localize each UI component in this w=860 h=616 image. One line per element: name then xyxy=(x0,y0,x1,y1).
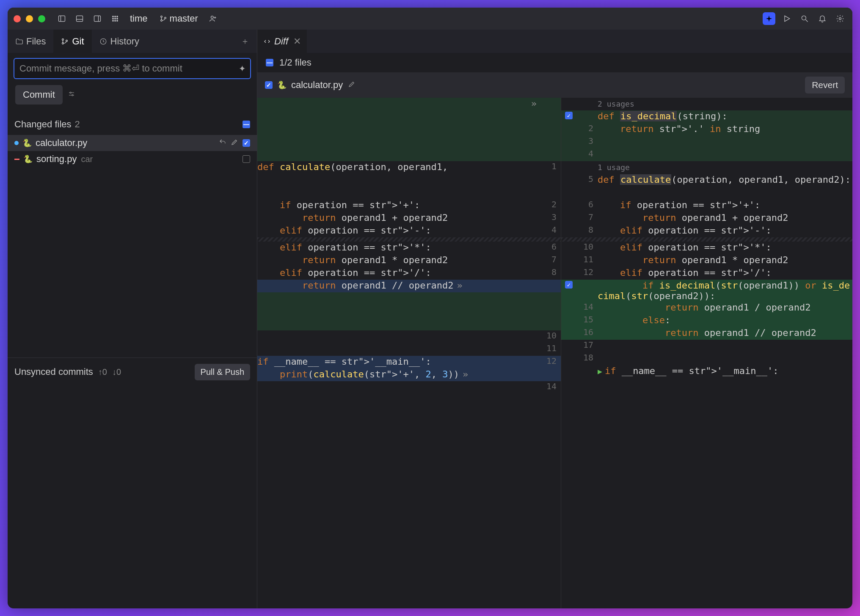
hunk-checkbox[interactable] xyxy=(565,281,573,289)
svg-point-24 xyxy=(839,18,841,20)
svg-point-10 xyxy=(115,18,116,19)
tab-git[interactable]: Git xyxy=(53,30,91,53)
status-deleted-icon xyxy=(14,159,19,160)
diff-select-all[interactable] xyxy=(266,59,273,66)
file-row-sorting[interactable]: sorting.py car xyxy=(8,151,257,167)
add-tab-icon[interactable]: ＋ xyxy=(233,36,257,47)
include-file-checkbox[interactable] xyxy=(265,81,273,89)
diff-file-header: calculator.py Revert xyxy=(257,72,852,98)
titlebar: time master xyxy=(8,8,852,30)
diff-tab-label: Diff xyxy=(274,36,288,47)
commit-button[interactable]: Commit xyxy=(15,85,63,104)
editor-tabs: Diff ✕ xyxy=(257,30,852,53)
python-icon xyxy=(24,155,32,163)
project-name[interactable]: time xyxy=(127,11,151,26)
file-checkbox[interactable] xyxy=(243,139,250,147)
panel-left-icon[interactable] xyxy=(55,12,68,25)
revert-button[interactable]: Revert xyxy=(805,77,845,94)
close-icon[interactable] xyxy=(14,15,21,22)
svg-point-27 xyxy=(66,40,68,41)
svg-point-8 xyxy=(117,16,118,17)
tab-files-label: Files xyxy=(26,36,46,47)
unsynced-commits: Unsynced commits ↑0 ↓0 Pull & Push xyxy=(8,358,257,386)
select-all-checkbox[interactable] xyxy=(243,121,250,128)
svg-point-22 xyxy=(802,16,806,20)
revert-file-icon[interactable] xyxy=(219,138,226,148)
git-sidebar: Files Git History ＋ ✦ Com xyxy=(8,30,257,608)
branch-selector[interactable]: master xyxy=(156,11,201,26)
svg-point-14 xyxy=(117,20,118,22)
svg-rect-2 xyxy=(77,16,83,21)
svg-rect-4 xyxy=(94,16,101,21)
svg-point-16 xyxy=(160,20,162,22)
edit-file-icon[interactable] xyxy=(231,138,238,148)
svg-point-9 xyxy=(113,18,114,19)
grid-icon[interactable] xyxy=(109,12,121,25)
file-name: sorting.py xyxy=(36,154,77,165)
svg-point-32 xyxy=(72,94,73,96)
close-tab-icon[interactable]: ✕ xyxy=(293,36,301,47)
changed-files-label: Changed files xyxy=(14,119,72,130)
ai-assistant-icon[interactable] xyxy=(763,12,775,25)
add-user-icon[interactable] xyxy=(207,12,219,25)
svg-point-6 xyxy=(113,16,114,17)
pull-push-button[interactable]: Pull & Push xyxy=(195,364,250,380)
files-progress: 1/2 files xyxy=(279,57,311,68)
svg-point-15 xyxy=(160,16,162,18)
diff-view: Diff ✕ 1/2 files calculator.py Revert »d… xyxy=(257,30,852,608)
svg-point-26 xyxy=(62,42,64,44)
diff-body[interactable]: »def calculate(operation, operand1,1 if … xyxy=(257,98,852,608)
svg-point-7 xyxy=(115,16,116,17)
diff-tab[interactable]: Diff ✕ xyxy=(257,30,307,53)
svg-point-31 xyxy=(70,92,71,93)
changed-files-header[interactable]: Changed files 2 xyxy=(8,114,257,135)
outgoing-count: ↑0 xyxy=(98,367,107,377)
settings-icon[interactable] xyxy=(834,12,846,25)
window-controls xyxy=(14,15,45,22)
sidebar-tabs: Files Git History ＋ xyxy=(8,30,257,53)
unsynced-label: Unsynced commits xyxy=(14,366,93,377)
edit-filename-icon[interactable] xyxy=(348,80,356,91)
svg-line-23 xyxy=(806,20,808,22)
file-checkbox[interactable] xyxy=(243,155,250,163)
svg-marker-21 xyxy=(785,16,790,21)
incoming-count: ↓0 xyxy=(112,367,121,377)
panel-right-icon[interactable] xyxy=(91,12,104,25)
svg-point-17 xyxy=(164,17,166,19)
search-icon[interactable] xyxy=(798,12,811,25)
tab-git-label: Git xyxy=(72,36,84,47)
notifications-icon[interactable] xyxy=(816,12,829,25)
commit-options-icon[interactable] xyxy=(68,90,75,100)
python-icon xyxy=(23,139,31,147)
zoom-icon[interactable] xyxy=(38,15,45,22)
commit-message-input[interactable] xyxy=(14,58,251,79)
svg-point-18 xyxy=(211,16,213,19)
branch-name: master xyxy=(170,13,198,24)
svg-rect-0 xyxy=(59,16,65,21)
panel-bottom-icon[interactable] xyxy=(73,12,86,25)
svg-point-25 xyxy=(62,38,64,40)
changed-count: 2 xyxy=(75,119,80,130)
file-row-calculator[interactable]: calculator.py xyxy=(8,135,257,151)
status-modified-icon xyxy=(14,141,19,145)
file-annotation: car xyxy=(81,154,93,164)
svg-point-11 xyxy=(117,18,118,19)
tab-files[interactable]: Files xyxy=(8,30,53,53)
python-icon xyxy=(278,81,286,89)
hunk-checkbox[interactable] xyxy=(565,112,573,119)
run-icon[interactable] xyxy=(780,12,793,25)
svg-point-12 xyxy=(113,20,114,22)
file-name: calculator.py xyxy=(36,138,87,148)
tab-history[interactable]: History xyxy=(92,30,147,53)
diff-toolbar: 1/2 files xyxy=(257,53,852,72)
diff-file-name: calculator.py xyxy=(291,80,343,91)
minimize-icon[interactable] xyxy=(26,15,33,22)
tab-history-label: History xyxy=(110,36,139,47)
ai-generate-icon[interactable]: ✦ xyxy=(239,63,246,74)
svg-point-13 xyxy=(115,20,116,22)
